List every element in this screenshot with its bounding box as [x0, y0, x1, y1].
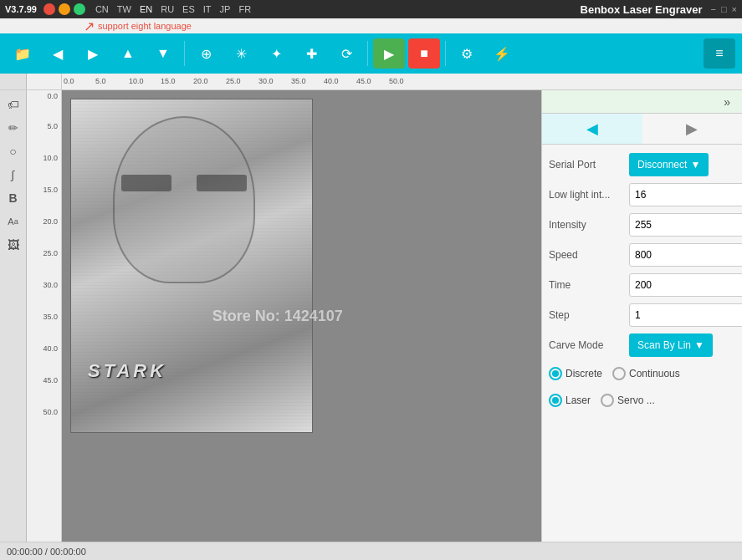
continuous-radio[interactable] [612, 367, 626, 380]
carve-mode-label: Carve Mode [549, 339, 624, 351]
minimize-button[interactable]: − [710, 4, 715, 14]
eye-left [121, 175, 171, 191]
prev-button[interactable]: ◀ [42, 38, 74, 69]
v-ruler-30: 30.0 [43, 281, 58, 289]
star-button[interactable]: ✦ [260, 38, 292, 69]
servo-option[interactable]: Servo ... [601, 394, 655, 407]
tab-right[interactable]: ▶ [642, 114, 743, 144]
laser-servo-row: Laser Servo ... [549, 390, 735, 410]
carve-mode-button[interactable]: Scan By Lin ▼ [629, 333, 713, 357]
low-light-input[interactable] [629, 183, 742, 206]
h-ruler-45: 45.0 [356, 77, 371, 85]
v-ruler-5: 5.0 [47, 122, 58, 130]
step-input[interactable] [629, 303, 742, 327]
lang-ru[interactable]: RU [157, 4, 177, 14]
up-button[interactable]: ▲ [112, 38, 144, 69]
menu-button[interactable]: ≡ [704, 38, 735, 69]
lang-fr[interactable]: FR [235, 4, 254, 14]
close-button[interactable]: × [732, 4, 737, 14]
plus-button[interactable]: ✚ [295, 38, 327, 69]
lang-tw[interactable]: TW [114, 4, 135, 14]
step-row: Step [549, 303, 735, 327]
v-ruler-20: 20.0 [43, 217, 58, 226]
v-ruler-45: 45.0 [43, 376, 58, 384]
low-light-row: Low light int... [549, 183, 735, 206]
right-panel-content: Serial Port Disconnect ▼ Low light int..… [542, 145, 742, 419]
pencil-tool[interactable]: ✏ [3, 117, 24, 139]
h-ruler-marks-container: 0.0 5.0 10.0 15.0 20.0 25.0 30.0 35.0 40… [62, 74, 742, 89]
green-dot-icon [74, 3, 85, 15]
carve-mode-arrow-icon: ▼ [694, 339, 704, 351]
right-panel: » ◀ ▶ Serial Port Disconnect ▼ Low light… [541, 90, 742, 542]
main-content: 🏷 ✏ ○ ∫ B Aa 🖼 0.0 5.0 10.0 15.0 20.0 25… [0, 90, 742, 542]
continuous-label: Continuous [629, 368, 680, 379]
carve-mode-row: Carve Mode Scan By Lin ▼ [549, 333, 735, 357]
language-selector[interactable]: CN TW EN RU ES IT JP FR [92, 4, 254, 14]
lang-jp[interactable]: JP [217, 4, 234, 14]
disconnect-button[interactable]: Disconnect ▼ [629, 153, 709, 176]
intensity-label: Intensity [549, 219, 624, 231]
tag-tool[interactable]: 🏷 [3, 94, 24, 115]
continuous-option[interactable]: Continuous [612, 367, 680, 380]
step-label: Step [549, 309, 624, 321]
lang-cn[interactable]: CN [92, 4, 112, 14]
h-ruler-40: 40.0 [324, 77, 339, 85]
down-button[interactable]: ▼ [147, 38, 179, 69]
toolbar-separator-3 [445, 41, 446, 66]
time-row: Time [549, 273, 735, 297]
v-ruler-25: 25.0 [43, 249, 58, 257]
lang-en[interactable]: EN [136, 4, 156, 14]
next-button[interactable]: ▶ [77, 38, 109, 69]
lightning-button[interactable]: ⚡ [486, 38, 518, 69]
settings-button[interactable]: ⚙ [451, 38, 483, 69]
v-ruler-10: 10.0 [43, 154, 58, 162]
window-control-icons [43, 3, 85, 15]
time-input[interactable] [629, 273, 742, 297]
speed-input[interactable] [629, 243, 742, 267]
discrete-radio[interactable] [549, 367, 562, 380]
h-ruler-0: 0.0 [64, 77, 74, 85]
play-button[interactable]: ▶ [373, 38, 405, 69]
curve-tool[interactable]: ∫ [3, 164, 24, 186]
helmet-shape [113, 116, 255, 283]
crosshair-button[interactable]: ⊕ [190, 38, 222, 69]
serial-port-label: Serial Port [549, 159, 624, 171]
laser-option[interactable]: Laser [549, 394, 591, 407]
red-dot-icon [43, 3, 55, 15]
discrete-radio-fill [552, 370, 559, 377]
lang-es[interactable]: ES [179, 4, 198, 14]
eye-right [197, 175, 247, 191]
h-ruler-30: 30.0 [258, 77, 274, 85]
title-bar: V3.7.99 CN TW EN RU ES IT JP FR Benbox L… [0, 0, 742, 18]
h-ruler-5: 5.0 [95, 77, 106, 85]
dropdown-arrow-icon: ▼ [690, 159, 700, 171]
version-label: V3.7.99 [5, 4, 37, 14]
discrete-option[interactable]: Discrete [549, 367, 602, 380]
v-ruler-15: 15.0 [43, 186, 58, 194]
snowflake-button[interactable]: ✳ [225, 38, 257, 69]
support-text: support eight language [98, 21, 192, 31]
ruler-corner [0, 74, 27, 89]
window-buttons[interactable]: − □ × [710, 4, 737, 14]
laser-radio[interactable] [549, 394, 562, 407]
vertical-ruler: 0.0 5.0 10.0 15.0 20.0 25.0 30.0 35.0 40… [27, 90, 62, 542]
canvas-area[interactable]: STARK Store No: 1424107 [62, 90, 541, 542]
open-file-button[interactable]: 📁 [7, 38, 38, 69]
rotate-button[interactable]: ⟳ [330, 38, 362, 69]
intensity-input[interactable] [629, 213, 742, 237]
maximize-button[interactable]: □ [721, 4, 727, 14]
status-bar: 00:00:00 / 00:00:00 [0, 542, 742, 560]
servo-radio[interactable] [601, 394, 614, 407]
right-panel-header: » [542, 90, 742, 114]
text-tool[interactable]: Aa [3, 211, 24, 232]
v-ruler-35: 35.0 [43, 313, 58, 321]
image-tool[interactable]: 🖼 [3, 234, 24, 256]
support-bar: ↗ support eight language [0, 18, 742, 33]
panel-toggle-button[interactable]: » [719, 94, 735, 110]
lang-it[interactable]: IT [200, 4, 215, 14]
tab-left[interactable]: ◀ [542, 114, 642, 144]
stop-button[interactable]: ■ [408, 38, 440, 69]
bold-tool[interactable]: B [3, 187, 24, 209]
stark-label: STARK [88, 360, 166, 382]
circle-tool[interactable]: ○ [3, 140, 24, 162]
